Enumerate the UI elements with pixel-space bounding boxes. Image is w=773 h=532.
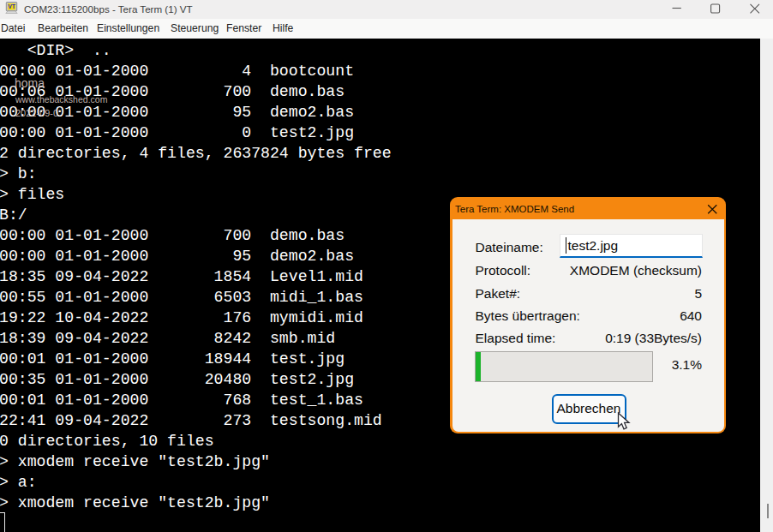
svg-text:VT: VT <box>8 3 16 9</box>
